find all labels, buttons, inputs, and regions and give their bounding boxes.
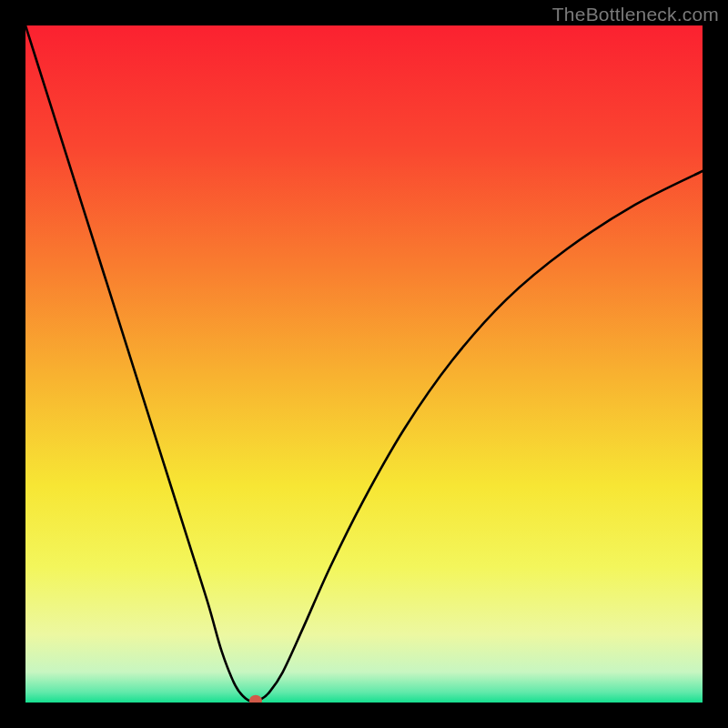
chart-frame bbox=[25, 25, 703, 703]
watermark-text: TheBottleneck.com bbox=[552, 4, 719, 25]
bottleneck-chart bbox=[25, 25, 703, 703]
chart-background bbox=[25, 25, 703, 703]
